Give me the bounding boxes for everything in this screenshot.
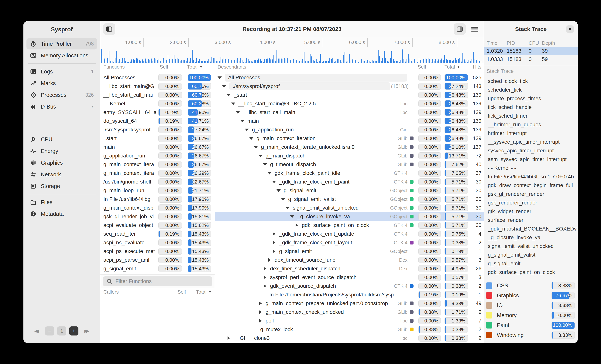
function-row[interactable]: g_main_context_itera0.00%26.29%26.29% xyxy=(100,169,215,177)
samples-column-header-pid[interactable]: PID xyxy=(507,40,529,46)
function-row[interactable]: gsk_gl_render_job_vi0.00%15.81%15.81% xyxy=(100,212,215,221)
collapse-expander-icon[interactable] xyxy=(290,214,294,219)
descendant-row[interactable]: gdk_surface_paint_on_clockGTK 40.00%5.71… xyxy=(215,221,484,230)
expand-expander-icon[interactable] xyxy=(258,310,262,314)
stack-frame[interactable]: sysvec_apic_timer_interrupt xyxy=(488,146,578,155)
collapse-expander-icon[interactable] xyxy=(254,145,258,149)
descendants-column-header[interactable]: Descendants xyxy=(215,64,417,70)
function-row[interactable]: All Processes0.00%100.00%100.00% xyxy=(100,73,215,82)
sidebar-item-graphics[interactable]: Graphics xyxy=(26,157,97,168)
descendant-row[interactable]: _gdk_frame_clock_emit_layoutGTK 40.00%0.… xyxy=(215,238,484,247)
descendant-row[interactable]: g_main_dispatchGLib0.00%13.71%13.71%72 xyxy=(215,151,484,160)
expand-expander-icon[interactable] xyxy=(272,240,276,245)
descendant-row[interactable]: g_mutex_lockGLib0.38%0.38%2 xyxy=(215,325,484,334)
collapse-expander-icon[interactable] xyxy=(218,76,222,80)
collapse-expander-icon[interactable] xyxy=(263,162,267,166)
descendant-row[interactable]: sysprof_perf_event_source_dispatch0.00%0… xyxy=(215,273,484,282)
expand-expander-icon[interactable] xyxy=(227,336,231,340)
descendant-row[interactable]: g_signal_emitGObject0.00%0.19%1 xyxy=(215,247,484,256)
sidebar-item-network[interactable]: Network xyxy=(26,169,97,180)
expand-expander-icon[interactable] xyxy=(272,232,276,236)
samples-column-header-cpu[interactable]: CPU xyxy=(529,40,542,46)
stack-frame[interactable]: gdk_surface_paint_on_clock xyxy=(488,268,578,277)
sidebar-item-marks[interactable]: Marks xyxy=(26,77,97,89)
descendant-row[interactable]: ./src/sysprof/sysprof(15183)0.00%27.24%2… xyxy=(215,82,484,91)
self-column-header[interactable]: Self xyxy=(156,64,184,70)
stack-frame[interactable]: hrtimer_interrupt xyxy=(488,129,578,138)
function-row[interactable]: g_application_run0.00%26.67%26.67% xyxy=(100,151,215,160)
stack-frame[interactable]: sched_clock_tick xyxy=(488,77,578,86)
descendant-row[interactable]: dex_timeout_source_funcDex0.00%0.57%3 xyxy=(215,256,484,264)
stack-frame[interactable]: _g_closure_invoke_va xyxy=(488,233,578,242)
function-row[interactable]: __libc_start_call_mai0.00%60.76%60.76% xyxy=(100,91,215,99)
descendant-row[interactable]: dex_fiber_scheduler_dispatchDex0.00%4.95… xyxy=(215,264,484,273)
descendant-row[interactable]: _start0.00%26.48%26.48%139 xyxy=(215,91,484,99)
descendant-row[interactable]: polllibc0.00%1.33%7 xyxy=(215,316,484,325)
sidebar-item-memory-allocations[interactable]: Memory Allocations xyxy=(26,50,97,61)
stack-frame[interactable]: scheduler_tick xyxy=(488,86,578,94)
sidebar-item-d-bus[interactable]: D-Bus7 xyxy=(26,101,97,112)
collapse-expander-icon[interactable] xyxy=(222,84,226,88)
samples-column-header-depth[interactable]: Depth xyxy=(542,40,578,46)
functions-column-header[interactable]: Functions xyxy=(100,64,156,70)
expand-expander-icon[interactable] xyxy=(267,258,271,262)
function-row[interactable]: In File /usr/lib64/libg0.00%17.90%17.90% xyxy=(100,195,215,203)
sidebar-item-energy[interactable]: Energy xyxy=(26,145,97,157)
descendant-row[interactable]: __libc_start_main@GLIBC_2.2.5libc0.00%26… xyxy=(215,99,484,108)
collapse-expander-icon[interactable] xyxy=(258,154,262,158)
descendant-row[interactable]: g_timeout_dispatchGLib0.00%7.62%40 xyxy=(215,160,484,169)
function-row[interactable]: __libc_start_main@G0.00%60.76%60.76% xyxy=(100,82,215,91)
sidebar-item-time-profiler[interactable]: Time Profiler798 xyxy=(26,38,97,49)
stack-frame[interactable]: g_signal_emit_valist xyxy=(488,250,578,259)
function-row[interactable]: entry_SYSCALL_64_a0.19%41.90%41.90% xyxy=(100,108,215,117)
descendant-row[interactable]: gdk_event_source_dispatchGTK 40.00%0.38%… xyxy=(215,282,484,290)
descendant-row[interactable]: g_signal_emit_valistGObject0.00%5.71%30 xyxy=(215,195,484,203)
close-button[interactable]: × xyxy=(566,25,574,33)
descendant-row[interactable]: In File /home/christian/Projects/sysprof… xyxy=(215,290,484,299)
collapse-expander-icon[interactable] xyxy=(240,119,244,123)
descendants-hits-column-header[interactable]: Hits xyxy=(470,64,484,70)
function-row[interactable]: seq_read_iter0.19%15.43%15.43% xyxy=(100,230,215,238)
stack-frame[interactable]: __sysvec_apic_timer_interrupt xyxy=(488,138,578,146)
stack-frame[interactable]: gdk_draw_context_begin_frame_full xyxy=(488,181,578,190)
stack-frame[interactable]: - - Kernel - - xyxy=(488,164,578,172)
stack-frame[interactable]: g_signal_emit xyxy=(488,259,578,268)
expand-expander-icon[interactable] xyxy=(263,275,267,279)
collapse-expander-icon[interactable] xyxy=(267,171,271,175)
stack-frame[interactable]: asm_sysvec_apic_timer_interrupt xyxy=(488,155,578,164)
zoom-out-button[interactable]: − xyxy=(45,326,54,335)
expand-expander-icon[interactable] xyxy=(295,223,299,227)
total-column-header[interactable]: Total ▼ xyxy=(184,64,203,70)
function-row[interactable]: g_signal_emit0.00%15.43%15.43% xyxy=(100,264,215,273)
sidebar-item-files[interactable]: Files xyxy=(26,197,97,208)
descendant-row[interactable]: _gdk_frame_clock_emit_updateGTK 40.00%0.… xyxy=(215,230,484,238)
samples-column-header-time[interactable]: Time xyxy=(484,40,507,46)
function-row[interactable]: g_main_context_disp0.00%17.90%17.90% xyxy=(100,203,215,212)
collapse-expander-icon[interactable] xyxy=(236,110,240,115)
stack-frame[interactable]: _gdk_marshal_BOOLEAN__BOXEDv xyxy=(488,224,578,233)
function-row[interactable]: g_main_context_itera0.00%26.67%26.67% xyxy=(100,160,215,169)
function-row[interactable]: - - Kernel - -0.00%60.38%60.38% xyxy=(100,99,215,108)
descendant-row[interactable]: _g_closure_invoke_vaGObject0.00%5.71%30 xyxy=(215,212,484,221)
function-row[interactable]: acpi_ps_parse_aml0.00%15.43%15.43% xyxy=(100,256,215,264)
stack-frame[interactable]: gtk_widget_render xyxy=(488,207,578,216)
function-row[interactable]: _start0.00%26.67%26.67% xyxy=(100,134,215,143)
zoom-in-button[interactable]: + xyxy=(69,326,79,335)
stack-frame[interactable]: gsk_renderer_render xyxy=(488,198,578,207)
descendants-total-column-header[interactable]: Total ▼ xyxy=(443,64,470,70)
toggle-right-panel-button[interactable] xyxy=(454,23,466,35)
descendant-row[interactable]: g_main_context_check_unlockedGLib0.38%1.… xyxy=(215,308,484,316)
collapse-expander-icon[interactable] xyxy=(272,180,276,184)
collapse-expander-icon[interactable] xyxy=(281,197,285,201)
stack-frame[interactable]: update_process_times xyxy=(488,94,578,103)
function-row[interactable]: acpi_evaluate_object0.00%15.62%15.62% xyxy=(100,221,215,230)
descendants-self-column-header[interactable]: Self xyxy=(417,64,443,70)
stack-frame[interactable]: surface_render xyxy=(488,216,578,224)
sidebar-item-metadata[interactable]: Metadata xyxy=(26,208,97,220)
zoom-reset-button[interactable]: 1 xyxy=(57,326,66,335)
descendant-row[interactable]: All Processes0.00%100.00%100.00%525 xyxy=(215,73,484,82)
sidebar-item-storage[interactable]: Storage xyxy=(26,181,97,192)
stack-frame[interactable]: tick_sched_handle xyxy=(488,103,578,112)
descendant-row[interactable]: _gdk_frame_clock_emit_paintGTK 40.00%5.7… xyxy=(215,177,484,186)
collapse-expander-icon[interactable] xyxy=(245,128,249,132)
